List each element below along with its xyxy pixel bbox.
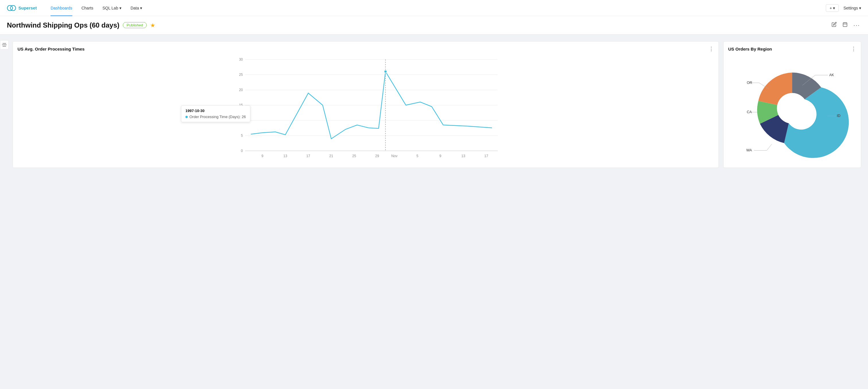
charts-row: US Avg. Order Processing Times ⋮ 30 25 (12, 41, 861, 168)
pie-chart-container: AK ID WA CA OR (728, 54, 856, 163)
line-chart-header: US Avg. Order Processing Times ⋮ (18, 46, 714, 51)
dashboard-header: Northwind Shipping Ops (60 days) Publish… (0, 16, 868, 34)
plus-button[interactable]: + ▾ (826, 4, 839, 12)
data-dropdown-icon: ▾ (140, 6, 142, 10)
nav-data[interactable]: Data ▾ (126, 0, 147, 16)
svg-text:17: 17 (484, 154, 488, 158)
svg-point-1 (10, 5, 16, 10)
svg-text:13: 13 (461, 154, 465, 158)
wa-label: WA (746, 148, 752, 152)
settings-dropdown-icon: ▾ (859, 6, 861, 10)
svg-text:0: 0 (241, 149, 243, 153)
svg-text:30: 30 (239, 57, 243, 61)
edit-icon (832, 22, 837, 27)
edit-button[interactable] (830, 21, 838, 30)
line-chart-svg: 30 25 20 15 10 5 0 9 13 17 21 25 2 (18, 54, 714, 163)
nav-sqllab[interactable]: SQL Lab ▾ (98, 0, 126, 16)
svg-text:21: 21 (329, 154, 333, 158)
sqllab-dropdown-icon: ▾ (119, 6, 121, 10)
pie-chart-header: US Orders By Region ⋮ (728, 46, 856, 51)
plus-dropdown-icon: ▾ (833, 6, 835, 10)
ca-label: CA (747, 110, 752, 114)
svg-point-0 (7, 5, 12, 10)
svg-text:20: 20 (239, 88, 243, 92)
nav-right: + ▾ Settings ▾ (826, 4, 861, 12)
line-chart-panel: US Avg. Order Processing Times ⋮ 30 25 (12, 41, 719, 168)
ak-label: AK (829, 73, 834, 77)
top-nav: Superset Dashboards Charts SQL Lab ▾ Dat… (0, 0, 868, 16)
donut-hole (777, 93, 808, 124)
line-chart-title: US Avg. Order Processing Times (18, 47, 85, 51)
svg-rect-2 (843, 23, 847, 27)
svg-text:5: 5 (241, 134, 243, 138)
ellipsis-icon: ··· (854, 22, 860, 28)
id-label: ID (837, 114, 840, 118)
nav-links: Dashboards Charts SQL Lab ▾ Data ▾ (46, 0, 147, 16)
star-icon[interactable]: ★ (150, 22, 155, 29)
svg-text:13: 13 (283, 154, 287, 158)
svg-text:9: 9 (439, 154, 441, 158)
svg-text:10: 10 (239, 118, 243, 122)
line-chart-more-button[interactable]: ⋮ (709, 46, 714, 51)
published-badge: Published (123, 22, 147, 28)
svg-text:25: 25 (352, 154, 356, 158)
or-label: OR (747, 81, 752, 85)
filter-toggle-icon (2, 43, 7, 47)
svg-text:9: 9 (261, 154, 264, 158)
dashboard-actions: ··· (830, 21, 861, 30)
pie-chart-more-button[interactable]: ⋮ (851, 46, 856, 51)
svg-text:25: 25 (239, 73, 243, 77)
svg-text:Nov: Nov (391, 154, 397, 158)
plus-icon: + (830, 6, 832, 10)
logo-icon (7, 5, 16, 11)
dashboard-title: Northwind Shipping Ops (60 days) (7, 21, 119, 29)
svg-text:15: 15 (239, 103, 243, 107)
nav-left: Superset Dashboards Charts SQL Lab ▾ Dat… (7, 0, 147, 16)
logo[interactable]: Superset (7, 5, 37, 11)
settings-button[interactable]: Settings ▾ (843, 6, 861, 10)
line-chart-container: 30 25 20 15 10 5 0 9 13 17 21 25 2 (18, 54, 714, 163)
svg-text:5: 5 (416, 154, 418, 158)
wa-label-line (767, 144, 772, 150)
svg-text:17: 17 (306, 154, 310, 158)
pie-chart-panel: US Orders By Region ⋮ (723, 41, 861, 168)
svg-point-36 (384, 70, 387, 73)
main-content: US Avg. Order Processing Times ⋮ 30 25 (0, 34, 868, 389)
more-actions-button[interactable]: ··· (852, 21, 861, 30)
calendar-icon (842, 22, 848, 27)
logo-text: Superset (19, 5, 37, 10)
nav-charts[interactable]: Charts (77, 0, 98, 16)
pie-chart-title: US Orders By Region (728, 47, 772, 51)
dash-title-area: Northwind Shipping Ops (60 days) Publish… (7, 21, 155, 29)
nav-dashboards[interactable]: Dashboards (46, 0, 77, 16)
svg-text:29: 29 (375, 154, 379, 158)
pie-chart-svg: AK ID WA CA OR (746, 62, 838, 154)
schedule-button[interactable] (841, 21, 849, 30)
filter-toggle[interactable] (0, 40, 9, 49)
